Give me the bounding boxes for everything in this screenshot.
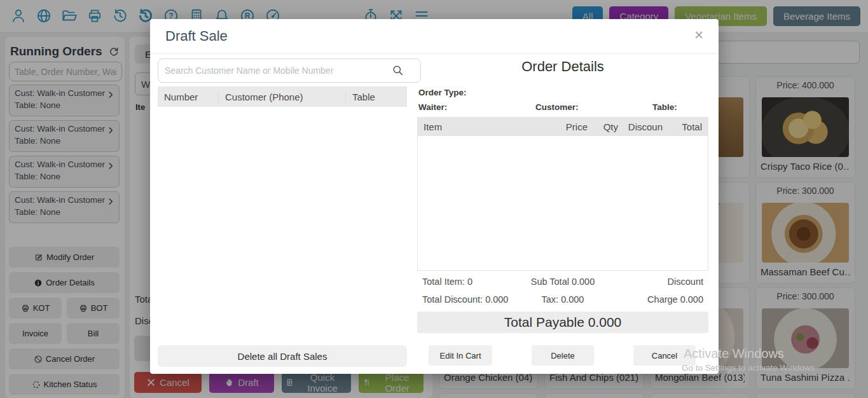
header-total: Total	[663, 121, 702, 132]
order-meta-row: Waiter: Customer: Table:	[418, 102, 708, 112]
totals-row-1: Total Item: 0 Sub Total 0.000 Discount	[417, 277, 708, 287]
delete-all-draft-sales-button[interactable]: Delete all Draft Sales	[158, 345, 407, 367]
close-icon[interactable]: ×	[691, 27, 707, 43]
delete-button[interactable]: Delete	[532, 345, 594, 366]
draft-list-header-table: Table	[346, 92, 407, 102]
tax: Tax: 0.000	[516, 294, 609, 305]
total-discount: Total Discount: 0.000	[422, 294, 516, 305]
totals-row-2: Total Discount: 0.000 Tax: 0.000 Charge …	[417, 294, 708, 305]
discount: Discount	[610, 277, 703, 287]
customer-search-input[interactable]	[158, 58, 421, 83]
draft-list-header: Number Customer (Phone) Table	[158, 86, 407, 107]
header-price: Price	[538, 121, 588, 132]
order-items-header: Item Price Qty Discoun Total	[417, 117, 708, 136]
order-items-body	[417, 136, 708, 271]
order-details-title: Order Details	[417, 58, 708, 75]
total-item: Total Item: 0	[422, 277, 516, 287]
draft-sale-modal: Draft Sale × Number Customer (Phone) Tab…	[150, 19, 719, 374]
cancel-modal-button[interactable]: Cancel	[633, 345, 696, 366]
order-type-label: Order Type:	[418, 88, 467, 97]
modal-header: Draft Sale ×	[150, 19, 719, 54]
search-icon[interactable]	[392, 64, 404, 76]
modal-title: Draft Sale	[165, 28, 228, 45]
charge: Charge 0.000	[610, 294, 703, 305]
edit-in-cart-button[interactable]: Edit In Cart	[429, 345, 492, 366]
table-label: Table:	[652, 102, 708, 112]
sub-total: Sub Total 0.000	[516, 277, 609, 287]
header-item: Item	[424, 121, 538, 132]
pos-app: ? R AllCategoryVegetarian ItemsBeverage …	[0, 0, 868, 398]
customer-label: Customer:	[535, 102, 652, 112]
draft-list-header-number: Number	[158, 92, 219, 102]
header-qty: Qty	[588, 121, 618, 132]
header-discount: Discoun	[618, 121, 663, 132]
total-payable-bar: Total Payable 0.000	[417, 312, 708, 333]
draft-list-header-customer: Customer (Phone)	[219, 92, 346, 102]
waiter-label: Waiter:	[418, 102, 535, 112]
